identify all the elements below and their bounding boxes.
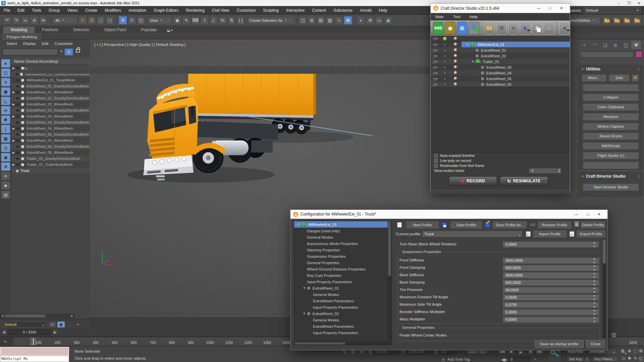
expand-arrow-icon[interactable]: ▶ (11, 91, 16, 94)
undo-icon[interactable]: ↶ (3, 16, 11, 24)
window-crossing-icon[interactable]: ◳ (106, 16, 114, 24)
select-by-name-icon[interactable]: ☰ (88, 16, 96, 24)
mini-curve-editor-icon[interactable]: ∿ (3, 339, 7, 344)
keyboard-override-icon[interactable]: ⌨ (191, 16, 200, 24)
percent-snap-icon[interactable]: % (218, 16, 227, 24)
Trailer_01[interactable]: ▼ ⚙ Trailer_01 (431, 59, 570, 64)
Input Property Parameters[interactable]: ▼ ⚙ Input Property Parameters (294, 279, 391, 285)
menu-item[interactable]: Civil View (208, 7, 233, 14)
craft-close-button[interactable]: ✕ (556, 6, 567, 10)
snap-toggle-3d-icon[interactable]: 3 (200, 16, 209, 24)
craft-menu-item[interactable]: Tool (448, 14, 465, 20)
explorer-hscrollbar[interactable]: ◀ ▶ (0, 314, 74, 318)
utility-button[interactable]: MAXScript (583, 142, 639, 150)
parameter-field[interactable]: 3000,0000 (503, 257, 599, 264)
Input Property Parameters[interactable]: ▼ ⚙ Input Property Parameters (294, 304, 391, 310)
expand-arrow-icon[interactable]: ▼ (466, 43, 470, 46)
thumbnail-view-icon[interactable]: ■ (1, 181, 10, 190)
expand-arrow-icon[interactable]: ▶ (11, 115, 16, 118)
utility-button[interactable]: Reset XForm (583, 132, 639, 140)
resimulate-button[interactable]: ↻ RESIMULATE (500, 176, 548, 186)
utility-button[interactable]: Color Clipboard (583, 103, 639, 111)
Ray Cast Properties[interactable]: ▼ ⚙ Ray Cast Properties (294, 272, 391, 279)
Wheel Ground Release Properties[interactable]: ▼ ⚙ Wheel Ground Release Properties (294, 266, 391, 272)
delete-button[interactable] (544, 22, 554, 35)
option-row[interactable]: Auto-expand timeline (434, 153, 570, 158)
menu-item[interactable]: Tools (28, 7, 45, 14)
explorer-menu-item[interactable]: Select (4, 41, 19, 46)
expand-arrow-icon[interactable]: ▶ (11, 163, 16, 166)
lock-icon[interactable] (76, 49, 80, 53)
helpers-filter-icon[interactable]: ◺ (1, 97, 10, 105)
unlink-selection-icon[interactable]: ⊘ (30, 16, 39, 24)
ExtraWheel_05_WheelMesh[interactable]: ▶ ◉ ◺ ExtraWheel_05_WheelMesh (11, 137, 90, 143)
config-tree-vscrollbar[interactable] (388, 222, 391, 340)
selection-filter-dropdown[interactable]: All▾ (53, 17, 77, 24)
zoom-extents-all-icon[interactable]: ⊞ (638, 348, 644, 354)
pan-hand-icon[interactable]: ✥ (627, 356, 632, 361)
menu-item[interactable]: Graph Editors (150, 7, 182, 14)
checkbox[interactable] (434, 154, 438, 158)
menu-item[interactable]: Animation (125, 7, 150, 14)
Input Property Parameters[interactable]: ▼ ⚙ Input Property Parameters (294, 329, 391, 336)
time-configuration-icon[interactable]: ◔ (533, 357, 536, 362)
craft-title-bar[interactable]: Craft Director Studio v20.1.5 x64 — □ ✕ (431, 4, 570, 13)
rename-profile-button[interactable]: Rename Profile (538, 222, 571, 228)
space-warps-filter-icon[interactable]: ≋ (1, 106, 10, 115)
select-object-icon[interactable]: ↖ (78, 16, 87, 24)
ExtraWheel_05_GravityDirectionMesh[interactable]: ▶ ◉ ◺ ExtraWheel_05_GravityDirectionMesh (11, 131, 90, 137)
config-tree-hscrollbar[interactable] (294, 342, 392, 345)
menu-item[interactable]: Create (82, 7, 101, 14)
record-button[interactable]: RECORD (449, 176, 497, 186)
modify-tab[interactable]: ◠ (590, 41, 599, 49)
particle-systems-filter-icon[interactable]: ✱ (1, 115, 10, 124)
curve-editor-icon[interactable]: ∿ (335, 16, 343, 24)
named-selection-set-dropdown[interactable]: Create Selection Se▾ (247, 17, 294, 24)
save-profile-button[interactable]: Save Profile (451, 222, 482, 228)
ExtraWheel_02_WheelMesh[interactable]: ▶ ◉ ◺ ExtraWheel_02_WheelMesh (11, 101, 90, 107)
ribbon-tab[interactable]: Modeling (3, 26, 35, 33)
use-pivot-center-icon[interactable]: ◉ (173, 16, 181, 24)
ExtraWheel_02_GravityDirectionMesh[interactable]: ▶ ◉ ◺ ExtraWheel_02_GravityDirectionMesh (11, 95, 90, 101)
align-icon[interactable]: ≣ (308, 16, 316, 24)
select-and-scale-icon[interactable]: ◰ (137, 16, 145, 24)
4WheelerExt_01[interactable]: ▼ ⚙ 4WheelerExt_01 (294, 221, 391, 228)
maxscript-mini-listener[interactable] (0, 347, 69, 356)
absolute-offset-icon[interactable]: ⊡ (352, 350, 355, 354)
vehicle-preset-button[interactable]: 4WE (433, 22, 443, 35)
geometry-filter-icon[interactable]: ● (1, 59, 10, 68)
option-row[interactable]: Resimulate from first frame (434, 163, 570, 168)
restore-button[interactable]: ❐ (624, 1, 634, 5)
ExtraWheel Parameters[interactable]: ▼ ⚙ ExtraWheel Parameters (294, 323, 391, 329)
field-of-view-icon[interactable]: ▷ (621, 356, 627, 361)
menu-item[interactable]: Rendering (182, 7, 208, 14)
config-minimize-button[interactable]: — (571, 212, 582, 217)
General Properties[interactable]: ▼ ⚙ General Properties (294, 259, 391, 266)
menu-item[interactable]: Help (375, 7, 391, 14)
expand-arrow-icon[interactable]: ▼ (303, 312, 307, 315)
craft-menu-item[interactable]: Help (465, 14, 482, 20)
ExtraWheel_06_GravityDirectionMesh[interactable]: ▶ ◉ ◺ ExtraWheel_06_GravityDirectionMesh (11, 143, 90, 149)
menu-item[interactable]: Substance (330, 7, 356, 14)
key-mode-toggle-icon[interactable]: ◀▶ (501, 357, 507, 362)
clear-search-icon[interactable]: ✕ (60, 49, 63, 54)
parameter-field[interactable]: 600,0000 (503, 265, 599, 271)
select-and-move-icon[interactable]: ✛ (119, 16, 127, 24)
craft-minimize-button[interactable]: — (533, 6, 544, 10)
explorer-settings-icon[interactable]: ▤ (1, 190, 10, 199)
Suspension Properties[interactable]: ▼ ⚙ Suspension Properties (294, 253, 391, 259)
explorer-menu-item[interactable]: Customize (52, 41, 75, 46)
ExtraWheel_04_WheelMesh[interactable]: ▶ ◉ ◺ ExtraWheel_04_WheelMesh (11, 125, 90, 131)
display-tab[interactable]: ▢ (621, 41, 631, 49)
utility-button[interactable]: Motion Capture (583, 123, 639, 130)
mirror-icon[interactable]: ◫ (299, 16, 307, 24)
lights-filter-icon[interactable]: ☀ (1, 78, 10, 86)
materials-filter-icon[interactable]: ◎ (1, 143, 10, 152)
edit-named-selection-sets-icon[interactable]: { } (236, 16, 245, 24)
close-button[interactable]: ✕ (634, 1, 644, 5)
motion-tab[interactable]: ◎ (610, 41, 620, 49)
scene-objects-button[interactable] (469, 22, 479, 35)
current-frame-spinner[interactable]: 0 (508, 357, 530, 362)
save-startup-profile-button[interactable]: Save as startup profile (535, 340, 584, 348)
slow-motion-spinner[interactable]: 1 (529, 168, 561, 174)
